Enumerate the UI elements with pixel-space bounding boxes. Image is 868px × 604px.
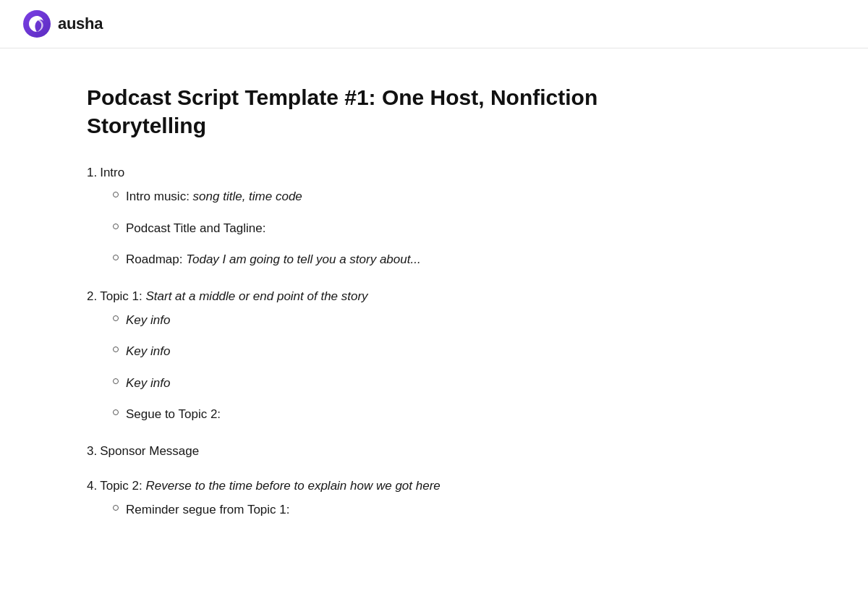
list-item: Key info [113, 374, 608, 393]
sub-item-text: Key info [126, 342, 170, 361]
section-4: 4. Topic 2: Reverse to the time before t… [87, 479, 608, 519]
section-2-number: 2. [87, 289, 97, 304]
list-item: Intro music: song title, time code [113, 187, 608, 206]
bullet-icon [113, 315, 119, 321]
section-1-label: Intro [100, 166, 124, 180]
bullet-icon [113, 409, 119, 415]
ausha-logo-icon [23, 10, 51, 38]
section-1-number: 1. [87, 166, 97, 180]
page-title: Podcast Script Template #1: One Host, No… [87, 83, 608, 140]
list-item: Segue to Topic 2: [113, 405, 608, 424]
logo-text: ausha [58, 14, 103, 33]
section-2-sub-list: Key info Key info Key info Segue to Topi… [87, 311, 608, 424]
sub-item-text: Key info [126, 311, 170, 330]
list-item: Podcast Title and Tagline: [113, 219, 608, 238]
section-1: 1. Intro Intro music: song title, time c… [87, 166, 608, 269]
svg-point-0 [23, 10, 51, 38]
main-content: Podcast Script Template #1: One Host, No… [0, 48, 694, 582]
section-4-number: 4. [87, 479, 97, 493]
section-3: 3. Sponsor Message [87, 444, 608, 459]
sub-item-text: Key info [126, 374, 170, 393]
list-item: Roadmap: Today I am going to tell you a … [113, 250, 608, 269]
bullet-icon [113, 378, 119, 384]
section-4-label: Topic 2: Reverse to the time before to e… [100, 479, 441, 493]
bullet-icon [113, 255, 119, 260]
section-1-sub-list: Intro music: song title, time code Podca… [87, 187, 608, 269]
section-3-number: 3. [87, 444, 97, 459]
list-item: Reminder segue from Topic 1: [113, 501, 608, 519]
bullet-icon [113, 192, 119, 197]
outline-list: 1. Intro Intro music: song title, time c… [87, 166, 608, 519]
sub-item-text: Reminder segue from Topic 1: [126, 501, 289, 519]
bullet-icon [113, 224, 119, 229]
sub-item-text: Podcast Title and Tagline: [126, 219, 265, 238]
section-2: 2. Topic 1: Start at a middle or end poi… [87, 289, 608, 424]
section-4-sub-list: Reminder segue from Topic 1: [87, 501, 608, 519]
bullet-icon [113, 346, 119, 352]
list-item: Key info [113, 342, 608, 361]
logo: ausha [23, 10, 103, 38]
list-item: Key info [113, 311, 608, 330]
header: ausha [0, 0, 868, 48]
sub-item-text: Intro music: song title, time code [126, 187, 302, 206]
section-2-label: Topic 1: Start at a middle or end point … [100, 289, 367, 304]
sub-item-text: Segue to Topic 2: [126, 405, 221, 424]
section-3-label: Sponsor Message [100, 444, 199, 459]
bullet-icon [113, 505, 119, 511]
sub-item-text: Roadmap: Today I am going to tell you a … [126, 250, 421, 269]
